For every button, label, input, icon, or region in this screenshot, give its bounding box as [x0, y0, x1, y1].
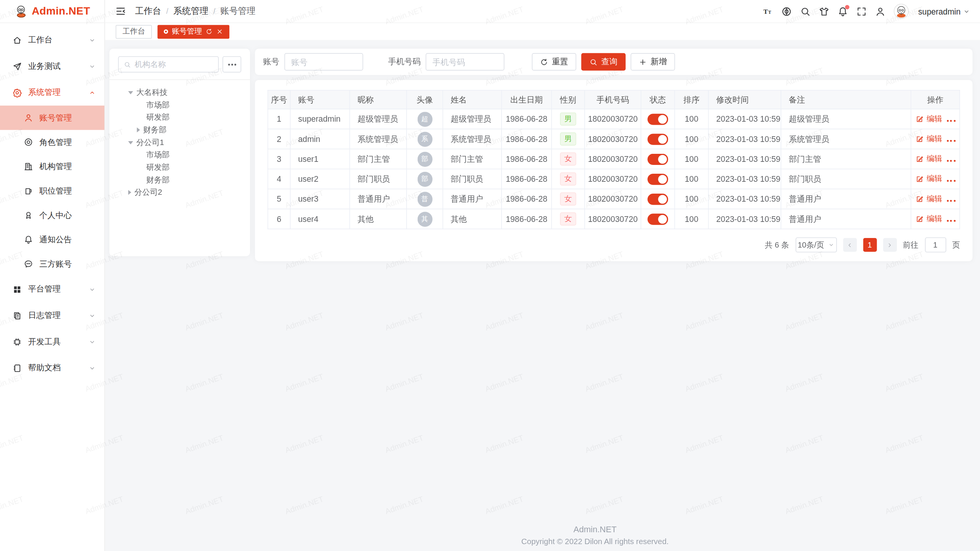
sidebar-item-log-mgmt[interactable]: 日志管理	[0, 302, 105, 329]
phone-input[interactable]	[426, 53, 505, 71]
font-size-icon[interactable]: TT	[763, 6, 773, 17]
sidebar-item-label: 个人中心	[39, 210, 96, 221]
page-size-select[interactable]: 10条/页	[795, 237, 837, 252]
sidebar: Admin.NET 工作台 业务测试 系统管理 账号管理	[0, 0, 105, 551]
reset-button[interactable]: 重置	[532, 53, 576, 71]
caret-right-icon[interactable]	[137, 127, 140, 132]
next-page-button[interactable]	[883, 238, 897, 252]
more-actions-button[interactable]	[947, 140, 956, 142]
tree-node[interactable]: 市场部	[118, 149, 242, 161]
fullscreen-icon[interactable]	[856, 6, 867, 17]
org-search-input[interactable]	[135, 60, 213, 69]
sidebar-item-role-mgmt[interactable]: 角色管理	[0, 130, 105, 155]
col-sort: 排序	[675, 90, 708, 109]
add-button[interactable]: 新增	[630, 53, 675, 71]
more-actions-button[interactable]	[947, 120, 956, 122]
edit-button[interactable]: 编辑	[915, 153, 942, 164]
row-avatar: 超	[417, 111, 432, 126]
tree-node[interactable]: 大名科技	[118, 86, 242, 99]
edit-button[interactable]: 编辑	[915, 193, 942, 204]
tree-more-button[interactable]	[222, 56, 241, 72]
sidebar-item-workbench[interactable]: 工作台	[0, 27, 105, 53]
sidebar-item-system-mgmt[interactable]: 系统管理	[0, 79, 105, 106]
sidebar-item-notice[interactable]: 通知公告	[0, 227, 105, 252]
caret-down-icon[interactable]	[128, 91, 133, 94]
more-actions-button[interactable]	[947, 200, 956, 202]
sidebar-item-label: 账号管理	[39, 112, 96, 123]
edit-icon	[915, 174, 923, 183]
user-avatar[interactable]	[894, 4, 909, 19]
col-birth: 出生日期	[501, 90, 552, 109]
tree-node[interactable]: 研发部	[118, 111, 242, 124]
more-actions-button[interactable]	[947, 179, 956, 181]
tree-node[interactable]: 财务部	[118, 124, 242, 136]
status-toggle[interactable]	[647, 193, 668, 204]
table-row: 3 user1 部门主管 部 部门主管 1986-06-28 女 1802003…	[268, 149, 960, 169]
tree-node[interactable]: 市场部	[118, 99, 242, 111]
tree-node[interactable]: 研发部	[118, 161, 242, 174]
sidebar-item-org-mgmt[interactable]: 机构管理	[0, 154, 105, 179]
status-toggle[interactable]	[647, 153, 668, 165]
user-icon[interactable]	[875, 6, 886, 17]
edit-button[interactable]: 编辑	[915, 113, 942, 124]
notification-bell-icon[interactable]	[838, 6, 848, 17]
status-toggle[interactable]	[647, 214, 668, 225]
breadcrumb-item[interactable]: 工作台	[135, 6, 162, 17]
status-toggle[interactable]	[647, 173, 668, 184]
search-icon[interactable]	[800, 6, 811, 17]
sidebar-item-label: 系统管理	[28, 87, 82, 98]
page-unit-label: 页	[952, 240, 960, 250]
sidebar-item-profile-center[interactable]: 个人中心	[0, 203, 105, 228]
search-icon	[590, 58, 598, 66]
col-phone: 手机号码	[585, 90, 641, 109]
close-icon[interactable]	[216, 28, 223, 35]
sidebar-item-account-mgmt[interactable]: 账号管理	[0, 106, 105, 130]
caret-down-icon[interactable]	[128, 141, 133, 144]
refresh-icon[interactable]	[206, 28, 212, 35]
more-actions-button[interactable]	[947, 160, 956, 161]
prev-page-button[interactable]	[843, 238, 857, 252]
goto-page-input[interactable]	[925, 237, 946, 252]
tab-workbench[interactable]: 工作台	[116, 24, 152, 38]
tab-bar: 工作台 账号管理	[105, 23, 980, 40]
sidebar-item-third-account[interactable]: 三方账号	[0, 252, 105, 276]
logo[interactable]: Admin.NET	[0, 0, 105, 23]
sidebar-item-platform-mgmt[interactable]: 平台管理	[0, 276, 105, 303]
sidebar-item-help-docs[interactable]: 帮助文档	[0, 355, 105, 381]
edit-icon	[915, 135, 923, 143]
username-menu[interactable]: superadmin	[918, 7, 970, 16]
sidebar-item-position-mgmt[interactable]: 职位管理	[0, 179, 105, 203]
col-status: 状态	[641, 90, 675, 109]
edit-button[interactable]: 编辑	[915, 173, 942, 184]
sidebar-item-business-test[interactable]: 业务测试	[0, 53, 105, 80]
breadcrumb-item[interactable]: 系统管理	[173, 6, 208, 17]
chevron-down-icon	[89, 63, 96, 70]
account-label: 账号	[263, 56, 279, 67]
tab-account-mgmt[interactable]: 账号管理	[157, 24, 229, 38]
more-actions-button[interactable]	[947, 220, 956, 222]
query-button[interactable]: 查询	[581, 53, 626, 71]
theme-icon[interactable]	[819, 6, 830, 17]
menu-fold-icon[interactable]	[115, 6, 126, 17]
edit-button[interactable]: 编辑	[915, 134, 942, 144]
svg-text:T: T	[763, 8, 768, 15]
gender-badge: 女	[560, 173, 576, 185]
col-remark: 备注	[781, 90, 911, 109]
table-row: 4 user2 部门职员 部 部门职员 1986-06-28 女 1802003…	[268, 169, 960, 189]
caret-right-icon[interactable]	[128, 190, 131, 195]
sidebar-item-dev-tools[interactable]: 开发工具	[0, 329, 105, 355]
sidebar-item-label: 开发工具	[28, 336, 82, 347]
tree-node[interactable]: 分公司1	[118, 136, 242, 149]
footer: Admin.NET Copyright © 2022 Dilon All rig…	[210, 525, 980, 546]
status-toggle[interactable]	[647, 113, 668, 124]
send-icon	[13, 62, 22, 71]
goto-label: 前往	[903, 240, 918, 250]
tree-node[interactable]: 财务部	[118, 174, 242, 186]
bell-icon	[24, 235, 33, 244]
page-number-active[interactable]: 1	[863, 238, 877, 252]
edit-button[interactable]: 编辑	[915, 214, 942, 224]
status-toggle[interactable]	[647, 134, 668, 145]
language-icon[interactable]	[781, 6, 792, 17]
tree-node[interactable]: 分公司2	[118, 186, 242, 199]
account-input[interactable]	[284, 53, 363, 71]
